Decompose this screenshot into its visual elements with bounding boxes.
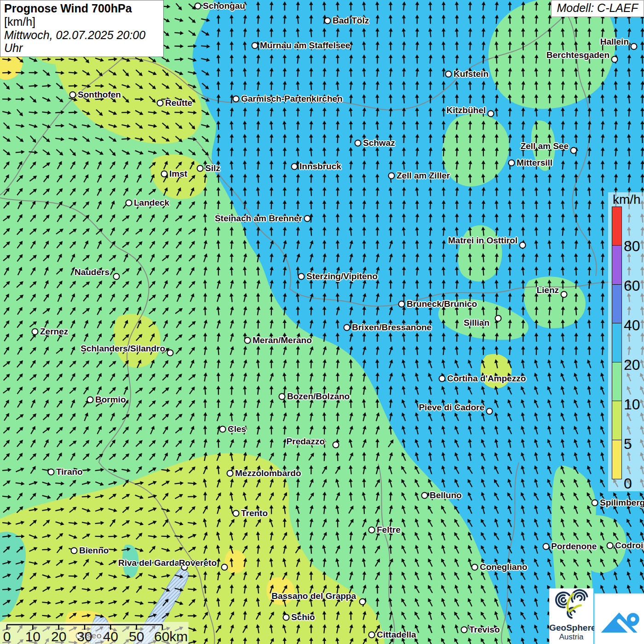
city-label: Bozen/Bolzano — [287, 391, 350, 402]
weather-map-stage: SchongauBad TölzKemptenMurnau am Staffel… — [0, 0, 644, 644]
city-marker — [388, 172, 395, 179]
city-label: Brixen/Bressanone — [352, 322, 431, 333]
city-label: Schlanders/Silandro — [80, 344, 165, 354]
city-label: Zernez — [40, 327, 68, 337]
city-label: Sterzing/Vipiteno — [306, 271, 378, 282]
city-label: Kufstein — [454, 69, 489, 79]
city-marker — [398, 301, 405, 308]
city-label: Kitzbühel — [447, 105, 486, 115]
city-marker — [519, 242, 526, 249]
scale-tick-label: 0 — [3, 629, 11, 644]
city-marker — [69, 92, 76, 98]
legend-colorbar — [612, 207, 622, 479]
city-marker — [167, 350, 174, 356]
legend-color-cell — [612, 284, 622, 324]
city-label: Spilimbergo — [600, 498, 644, 508]
city-label: Feltre — [377, 525, 401, 535]
city-label: Schongau — [203, 1, 245, 11]
geosphere-austria-label: Austria — [549, 632, 593, 641]
city-label: Bassano del Grappa — [271, 591, 356, 601]
city-label: Reutte — [165, 98, 192, 108]
city-marker — [486, 408, 493, 415]
city-layer: SchongauBad TölzKemptenMurnau am Staffel… — [0, 0, 644, 644]
city-marker — [421, 492, 428, 499]
city-marker — [508, 160, 515, 167]
city-label: Rovereto — [179, 558, 217, 568]
city-label: Cortina d'Ampezzo — [447, 374, 526, 384]
city-label: Steinach am Brenner — [215, 213, 302, 224]
city-label: Innsbruck — [299, 161, 341, 172]
legend-value-label: 60 — [624, 278, 644, 293]
city-marker — [48, 469, 55, 476]
city-marker — [611, 56, 618, 63]
city-marker — [283, 614, 290, 621]
city-label: Matrei in Osttirol — [448, 236, 518, 246]
legend-color-cell — [612, 401, 622, 440]
city-marker — [570, 147, 577, 154]
city-label: Mittersill — [517, 158, 552, 168]
scale-bar-ruler: 0102030405060km — [0, 622, 189, 644]
city-label: Landeck — [134, 198, 169, 208]
city-label: Sonthofen — [78, 90, 121, 100]
title-box: Prognose Wind 700hPa [km/h] Mittwoch, 02… — [0, 0, 164, 57]
city-marker — [252, 42, 259, 49]
page-title: Prognose Wind 700hPa [km/h] — [4, 2, 160, 29]
scale-tick-label: 40 — [103, 629, 118, 644]
legend-color-cell — [612, 245, 622, 285]
city-marker — [355, 140, 362, 147]
city-marker — [304, 215, 311, 222]
model-label: Modell: C-LAEF — [551, 0, 644, 17]
city-marker — [157, 100, 164, 107]
city-label: Murnau am Staffelsee — [260, 40, 350, 51]
city-marker — [461, 627, 468, 633]
city-marker — [439, 375, 446, 382]
city-marker — [279, 393, 286, 400]
legend-value-label: 5 — [624, 436, 644, 452]
city-label: Bad Tölz — [333, 16, 369, 26]
geosphere-swirl-icon — [554, 588, 589, 622]
city-label: Bormio — [95, 395, 126, 405]
city-marker — [161, 171, 168, 178]
city-marker — [87, 397, 94, 403]
city-label: Nauders — [75, 267, 109, 277]
city-label: Schwaz — [363, 138, 395, 148]
scale-tick-label: 50 — [129, 629, 144, 644]
city-label: Lienz — [536, 285, 559, 295]
city-label: Mezzolombardo — [235, 468, 301, 478]
city-marker — [495, 315, 502, 322]
city-label: Imst — [169, 169, 187, 179]
valid-time-label: Mittwoch, 02.07.2025 20:00 Uhr — [4, 29, 160, 54]
city-marker — [359, 598, 366, 605]
mountain-logo-box — [594, 593, 644, 644]
city-label: Bienno — [79, 546, 109, 556]
city-marker — [561, 291, 568, 298]
city-label: Meran/Merano — [253, 335, 312, 345]
city-marker — [32, 328, 39, 335]
city-label: Codroipo — [615, 540, 644, 551]
city-label: Bruneck/Brunico — [407, 299, 477, 309]
city-marker — [195, 3, 201, 10]
city-marker — [543, 543, 550, 550]
mountain-icon — [595, 594, 643, 642]
city-marker — [221, 564, 228, 571]
city-label: Zell am Ziller — [397, 171, 450, 181]
city-marker — [126, 200, 132, 207]
city-marker — [344, 324, 351, 331]
legend-color-cell — [612, 440, 622, 479]
city-marker — [298, 273, 305, 280]
city-marker — [445, 71, 452, 78]
legend-value-label: 40 — [624, 317, 644, 333]
city-label: Predazzo — [287, 437, 325, 447]
city-marker — [592, 500, 598, 506]
city-label: Belluno — [430, 490, 462, 500]
legend-panel: km/h 806040201050 — [608, 192, 644, 491]
scale-tick-label: 10 — [25, 629, 40, 644]
city-label: Tirano — [56, 467, 83, 477]
city-marker — [227, 470, 234, 477]
city-label: Pordenone — [551, 541, 597, 552]
city-marker — [631, 43, 638, 50]
city-label: Garmisch-Partenkirchen — [241, 94, 343, 104]
city-label: Riva del Garda — [118, 558, 179, 568]
city-marker — [219, 426, 226, 433]
legend-value-label: 20 — [624, 357, 644, 373]
